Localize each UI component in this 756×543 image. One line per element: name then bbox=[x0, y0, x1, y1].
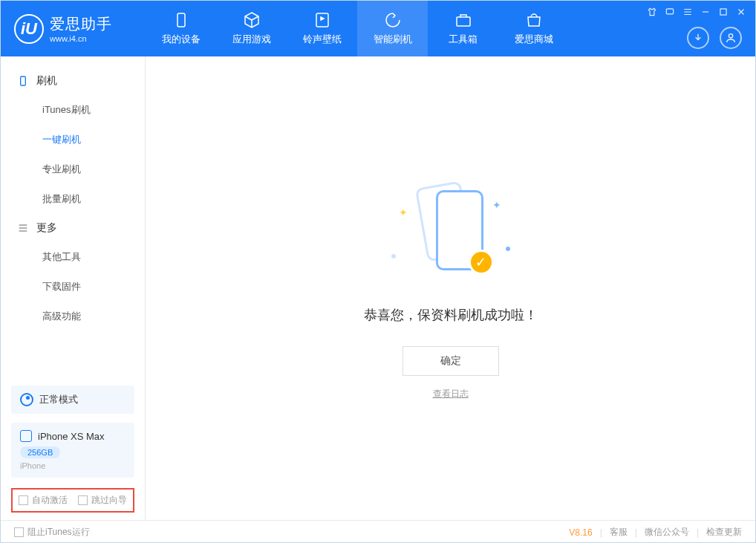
svg-rect-2 bbox=[457, 17, 470, 26]
device-storage-badge: 256GB bbox=[20, 446, 60, 458]
window-controls bbox=[647, 7, 746, 17]
checkbox-box-icon bbox=[78, 495, 88, 505]
account-button[interactable] bbox=[720, 27, 742, 49]
body: 刷机 iTunes刷机 一键刷机 专业刷机 批量刷机 更多 其他工具 下载固件 … bbox=[1, 56, 755, 520]
svg-rect-4 bbox=[720, 9, 726, 15]
sparkle-icon: ✦ bbox=[399, 207, 408, 218]
svg-rect-6 bbox=[21, 77, 26, 85]
menu-icon[interactable] bbox=[682, 7, 693, 17]
sidebar-item-batch-flash[interactable]: 批量刷机 bbox=[1, 184, 145, 214]
svg-rect-1 bbox=[316, 13, 328, 27]
checkbox-box-icon bbox=[14, 527, 24, 537]
mode-label: 正常模式 bbox=[39, 393, 78, 406]
nav-label: 应用游戏 bbox=[232, 33, 271, 46]
checkbox-label: 阻止iTunes运行 bbox=[27, 526, 90, 539]
checkbox-block-itunes[interactable]: 阻止iTunes运行 bbox=[14, 526, 90, 539]
store-icon bbox=[525, 11, 543, 29]
sidebar-item-advanced[interactable]: 高级功能 bbox=[1, 302, 145, 331]
svg-point-5 bbox=[729, 34, 732, 38]
tshirt-icon[interactable] bbox=[647, 7, 657, 17]
device-name: iPhone XS Max bbox=[38, 431, 105, 442]
sidebar-group-more: 更多 bbox=[1, 214, 145, 242]
cube-icon bbox=[243, 11, 261, 29]
nav-tabs: 我的设备 应用游戏 铃声壁纸 智能刷机 工具箱 爱思商城 bbox=[146, 1, 569, 56]
app-url: www.i4.cn bbox=[50, 34, 112, 43]
svg-rect-3 bbox=[666, 9, 673, 14]
mode-icon bbox=[20, 393, 33, 406]
refresh-icon bbox=[384, 11, 402, 29]
wechat-link[interactable]: 微信公众号 bbox=[645, 526, 689, 539]
group-title: 更多 bbox=[36, 221, 57, 235]
main-content: ✓ ✦ ✦ 恭喜您，保资料刷机成功啦！ 确定 查看日志 bbox=[146, 56, 755, 520]
group-title: 刷机 bbox=[36, 74, 57, 88]
checkbox-box-icon bbox=[19, 495, 28, 505]
header-actions bbox=[687, 27, 742, 49]
status-right: V8.16 | 客服 | 微信公众号 | 检查更新 bbox=[569, 526, 742, 539]
nav-tab-store[interactable]: 爱思商城 bbox=[498, 1, 569, 56]
dot-icon bbox=[391, 254, 396, 259]
status-bar: 阻止iTunes运行 V8.16 | 客服 | 微信公众号 | 检查更新 bbox=[1, 520, 755, 543]
close-icon[interactable] bbox=[736, 7, 746, 17]
checkbox-skip-wizard[interactable]: 跳过向导 bbox=[78, 494, 127, 507]
mode-card[interactable]: 正常模式 bbox=[11, 386, 134, 414]
user-icon bbox=[725, 32, 737, 44]
nav-label: 爱思商城 bbox=[515, 33, 553, 46]
download-icon bbox=[692, 32, 704, 44]
status-left: 阻止iTunes运行 bbox=[14, 526, 90, 539]
sidebar-item-oneclick-flash[interactable]: 一键刷机 bbox=[1, 125, 145, 155]
customer-service-link[interactable]: 客服 bbox=[610, 526, 628, 539]
svg-rect-0 bbox=[177, 13, 185, 27]
list-icon bbox=[17, 222, 29, 234]
sidebar-item-other-tools[interactable]: 其他工具 bbox=[1, 242, 145, 272]
sidebar-item-itunes-flash[interactable]: iTunes刷机 bbox=[1, 95, 145, 125]
nav-label: 工具箱 bbox=[449, 33, 478, 46]
check-update-link[interactable]: 检查更新 bbox=[706, 526, 742, 539]
app-logo-icon: iU bbox=[14, 14, 44, 44]
success-message: 恭喜您，保资料刷机成功啦！ bbox=[364, 306, 538, 324]
logo-text: 爱思助手 www.i4.cn bbox=[50, 14, 112, 43]
nav-label: 智能刷机 bbox=[374, 33, 412, 46]
device-small-icon bbox=[20, 430, 32, 442]
sidebar-item-pro-flash[interactable]: 专业刷机 bbox=[1, 155, 145, 184]
logo-area: iU 爱思助手 www.i4.cn bbox=[1, 14, 146, 44]
nav-label: 铃声壁纸 bbox=[303, 33, 342, 46]
device-card[interactable]: iPhone XS Max 256GB iPhone bbox=[11, 423, 134, 478]
sidebar-group-flash: 刷机 bbox=[1, 67, 145, 95]
checkbox-label: 跳过向导 bbox=[91, 494, 127, 507]
checkbox-row: 自动激活 跳过向导 bbox=[11, 488, 134, 513]
nav-tab-flash[interactable]: 智能刷机 bbox=[357, 1, 428, 56]
device-icon bbox=[172, 11, 190, 29]
version-label: V8.16 bbox=[569, 527, 592, 538]
ok-button[interactable]: 确定 bbox=[403, 346, 499, 376]
phone-icon bbox=[17, 75, 29, 87]
checkbox-auto-activate[interactable]: 自动激活 bbox=[19, 494, 68, 507]
checkbox-label: 自动激活 bbox=[32, 494, 68, 507]
dot-icon bbox=[506, 247, 510, 251]
minimize-icon[interactable] bbox=[700, 7, 711, 17]
nav-tab-ringtones[interactable]: 铃声壁纸 bbox=[287, 1, 357, 56]
nav-label: 我的设备 bbox=[162, 33, 201, 46]
success-illustration: ✓ ✦ ✦ bbox=[377, 177, 525, 288]
music-icon bbox=[313, 11, 331, 29]
nav-tab-toolbox[interactable]: 工具箱 bbox=[428, 1, 498, 56]
maximize-icon[interactable] bbox=[718, 7, 729, 17]
device-type: iPhone bbox=[20, 461, 126, 470]
sparkle-icon: ✦ bbox=[492, 199, 501, 211]
download-button[interactable] bbox=[687, 27, 709, 49]
view-log-link[interactable]: 查看日志 bbox=[433, 388, 469, 400]
nav-tab-device[interactable]: 我的设备 bbox=[146, 1, 216, 56]
toolbox-icon bbox=[454, 11, 472, 29]
app-title: 爱思助手 bbox=[50, 14, 112, 34]
sidebar: 刷机 iTunes刷机 一键刷机 专业刷机 批量刷机 更多 其他工具 下载固件 … bbox=[1, 56, 146, 520]
checkmark-badge-icon: ✓ bbox=[469, 250, 494, 275]
nav-tab-apps[interactable]: 应用游戏 bbox=[216, 1, 287, 56]
sidebar-item-download-firmware[interactable]: 下载固件 bbox=[1, 272, 145, 302]
feedback-icon[interactable] bbox=[665, 7, 675, 17]
app-header: iU 爱思助手 www.i4.cn 我的设备 应用游戏 铃声壁纸 智能刷机 工具… bbox=[1, 1, 755, 56]
